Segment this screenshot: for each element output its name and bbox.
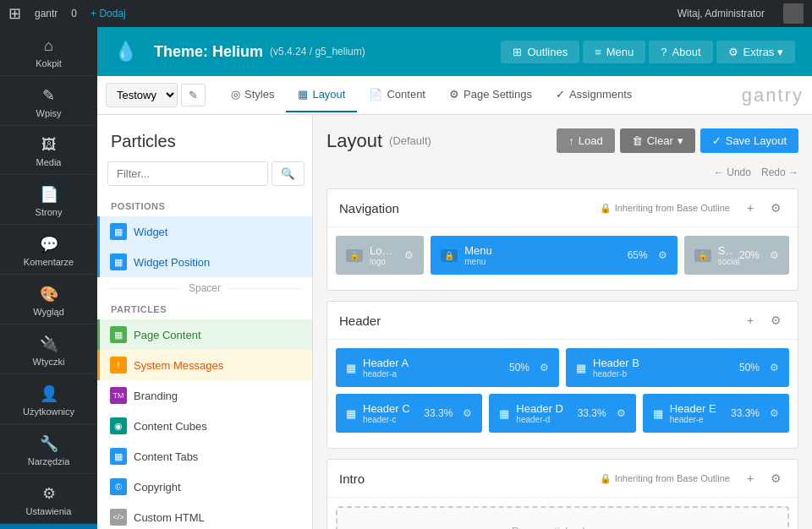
particle-header-d[interactable]: ▦ Header D header-d 33.3% ⚙ bbox=[489, 394, 635, 433]
particles-section-title-2: Particles bbox=[97, 299, 312, 319]
outline-edit-button[interactable]: ✎ bbox=[181, 84, 206, 106]
particle-header-b[interactable]: ▦ Header B header-b 50% ⚙ bbox=[566, 348, 789, 387]
clear-button[interactable]: 🗑 Clear ▾ bbox=[620, 128, 695, 153]
particle-item-label: Branding bbox=[134, 390, 178, 402]
particle-item-label: Content Cubes bbox=[134, 420, 207, 433]
tab-page-settings[interactable]: ⚙ Page Settings bbox=[437, 78, 544, 112]
sidebar-item-wyglad[interactable]: 🎨 Wygląd bbox=[0, 275, 97, 324]
sidebar-item-label: Kokpit bbox=[36, 58, 62, 68]
sidebar-item-kokpit[interactable]: ⌂ Kokpit bbox=[0, 27, 97, 76]
particle-item-widget[interactable]: ▦ Widget bbox=[97, 216, 312, 247]
particle-header-b-type: header-b bbox=[593, 369, 732, 379]
particle-menu[interactable]: 🔒 Menu menu 65% ⚙ bbox=[431, 236, 677, 275]
particle-item-content-tabs[interactable]: ▦ Content Tabs bbox=[97, 441, 312, 472]
particle-item-branding[interactable]: TM Branding bbox=[97, 380, 312, 411]
lock-icon: 🔒 bbox=[346, 249, 363, 262]
outline-select[interactable]: Testowy bbox=[106, 83, 178, 107]
positions-section-title: Positions bbox=[97, 196, 312, 216]
particle-header-e[interactable]: ▦ Header E header-e 33.3% ⚙ bbox=[643, 394, 789, 433]
section-navigation-header: Navigation 🔒 Inheriting from Base Outlin… bbox=[327, 189, 798, 227]
filter-input[interactable] bbox=[107, 161, 268, 186]
header-settings-button[interactable]: ⚙ bbox=[765, 310, 786, 330]
particle-item-label: Widget Position bbox=[134, 256, 210, 269]
particle-logo[interactable]: 🔒 Logo-c-m logo ⚙ bbox=[336, 236, 424, 275]
filter-search-button[interactable]: 🔍 bbox=[272, 161, 304, 186]
intro-add-button[interactable]: + bbox=[740, 468, 760, 488]
header-c-icon: ▦ bbox=[346, 407, 356, 420]
intro-settings-button[interactable]: ⚙ bbox=[765, 468, 786, 488]
styles-icon: ◎ bbox=[231, 88, 240, 101]
sidebar-item-ustawienia[interactable]: ⚙ Ustawienia bbox=[0, 474, 97, 524]
particle-header-b-pct: 50% bbox=[739, 362, 760, 374]
header-e-settings-icon[interactable]: ⚙ bbox=[770, 407, 779, 419]
load-button[interactable]: ↑ Load bbox=[557, 128, 614, 153]
outlines-button[interactable]: ⊞ Outlines bbox=[501, 41, 579, 63]
particle-header-c[interactable]: ▦ Header C header-c 33.3% ⚙ bbox=[336, 394, 482, 433]
copyright-icon: © bbox=[110, 478, 127, 495]
section-settings-button[interactable]: ⚙ bbox=[765, 198, 786, 218]
layout-header: Layout (Default) ↑ Load 🗑 Clear ▾ ✓ Save… bbox=[326, 128, 798, 153]
site-name[interactable]: gantr bbox=[35, 8, 58, 19]
particle-item-content-cubes[interactable]: ◉ Content Cubes bbox=[97, 411, 312, 441]
sidebar-item-wtyczki[interactable]: 🔌 Wtyczki bbox=[0, 324, 97, 374]
redo-button[interactable]: Redo → bbox=[761, 166, 798, 178]
theme-title: Theme: Helium (v5.4.24 / g5_helium) bbox=[154, 43, 365, 61]
sidebar-item-helium[interactable]: ○ Helium Theme bbox=[0, 524, 97, 529]
menu-settings-icon[interactable]: ⚙ bbox=[658, 249, 667, 261]
navigation-row: 🔒 Logo-c-m logo ⚙ 🔒 Menu menu bbox=[336, 236, 789, 275]
undo-button[interactable]: ← Undo bbox=[714, 166, 751, 178]
add-new[interactable]: + Dodaj bbox=[91, 8, 126, 19]
sidebar-item-label: Komentarze bbox=[24, 257, 74, 267]
kokpit-icon: ⌂ bbox=[44, 37, 53, 55]
tab-layout[interactable]: ▦ Layout bbox=[286, 78, 357, 112]
header-c-settings-icon[interactable]: ⚙ bbox=[463, 407, 472, 419]
about-button[interactable]: ? About bbox=[649, 41, 712, 63]
particle-social-pct: 20% bbox=[739, 249, 760, 261]
particle-item-page-content[interactable]: ▦ Page Content bbox=[97, 319, 312, 350]
wtyczki-icon: 🔌 bbox=[40, 335, 58, 353]
admin-bar: ⊞ gantr 0 + Dodaj Witaj, Administrator bbox=[0, 0, 812, 27]
sidebar-item-wpisy[interactable]: ✎ Wpisy bbox=[0, 76, 97, 126]
undo-redo: ← Undo Redo → bbox=[326, 166, 798, 178]
section-add-button[interactable]: + bbox=[740, 198, 760, 218]
notifications[interactable]: 0 bbox=[71, 8, 77, 19]
particle-header-a[interactable]: ▦ Header A header-a 50% ⚙ bbox=[336, 348, 559, 387]
wp-logo[interactable]: ⊞ bbox=[8, 4, 21, 23]
sidebar-item-uzytkownicy[interactable]: 👤 Użytkownicy bbox=[0, 374, 97, 424]
section-navigation-name: Navigation bbox=[339, 201, 600, 215]
menu-button[interactable]: ≡ Menu bbox=[583, 41, 645, 63]
particle-social[interactable]: 🔒 Social social 20% ⚙ bbox=[684, 236, 789, 275]
particle-logo-name: Logo-c-m bbox=[370, 244, 398, 257]
header-d-settings-icon[interactable]: ⚙ bbox=[617, 407, 626, 419]
uzytkownicy-icon: 👤 bbox=[40, 384, 58, 403]
outlines-icon: ⊞ bbox=[513, 46, 522, 58]
social-settings-icon[interactable]: ⚙ bbox=[770, 249, 779, 261]
tab-assignments[interactable]: ✓ Assignments bbox=[544, 78, 644, 112]
sidebar-item-label: Wpisy bbox=[36, 108, 62, 118]
notification-count: 0 bbox=[71, 8, 77, 19]
header-b-settings-icon[interactable]: ⚙ bbox=[770, 362, 779, 374]
particle-item-copyright[interactable]: © Copyright bbox=[97, 472, 312, 502]
sidebar-item-strony[interactable]: 📄 Strony bbox=[0, 175, 97, 225]
tab-content[interactable]: 📄 Content bbox=[357, 78, 437, 112]
save-layout-button[interactable]: ✓ Save Layout bbox=[700, 128, 798, 153]
spacer-divider: Spacer bbox=[97, 277, 312, 299]
clear-icon: 🗑 bbox=[632, 134, 643, 147]
sidebar-item-label: Użytkownicy bbox=[23, 406, 74, 417]
particle-header-a-name: Header A bbox=[363, 357, 502, 369]
logo-settings-icon[interactable]: ⚙ bbox=[404, 249, 414, 261]
sidebar-item-media[interactable]: 🖼 Media bbox=[0, 126, 97, 175]
particle-item-system-messages[interactable]: ! System Messages bbox=[97, 350, 312, 380]
header-add-button[interactable]: + bbox=[740, 310, 760, 330]
header-a-settings-icon[interactable]: ⚙ bbox=[540, 362, 549, 374]
particle-logo-type: logo bbox=[370, 257, 398, 266]
tab-styles[interactable]: ◎ Styles bbox=[219, 78, 286, 112]
outline-selector: Testowy ✎ bbox=[106, 83, 206, 107]
particles-panel: Particles 🔍 Positions ▦ Widget ▦ Widget … bbox=[97, 115, 313, 529]
particle-item-custom-html[interactable]: </> Custom HTML bbox=[97, 502, 312, 529]
sidebar-item-narzedzia[interactable]: 🔧 Narzędzia bbox=[0, 424, 97, 474]
extras-button[interactable]: ⚙ Extras ▾ bbox=[716, 41, 795, 63]
intro-drop-zone: Drop particles here... bbox=[336, 506, 789, 529]
particle-item-widget-position[interactable]: ▦ Widget Position bbox=[97, 247, 312, 277]
sidebar-item-komentarze[interactable]: 💬 Komentarze bbox=[0, 225, 97, 275]
